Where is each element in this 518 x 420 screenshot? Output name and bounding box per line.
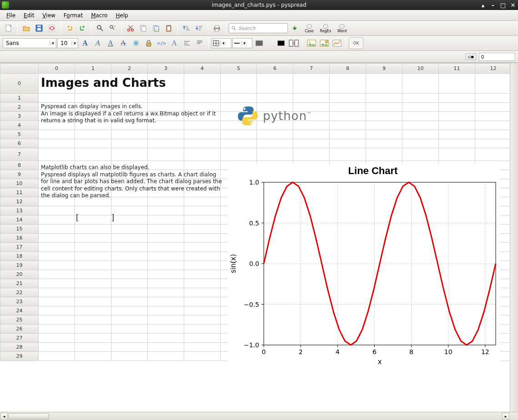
cell[interactable] — [75, 334, 111, 343]
font-color-button[interactable]: A — [168, 37, 180, 49]
cell[interactable] — [184, 74, 221, 94]
col-header[interactable]: 0 — [39, 64, 75, 74]
cell[interactable] — [184, 315, 221, 325]
cell[interactable] — [39, 343, 75, 352]
col-header[interactable]: 6 — [257, 64, 293, 74]
cell[interactable] — [75, 94, 111, 103]
cell[interactable] — [184, 234, 221, 243]
cell[interactable] — [148, 306, 184, 315]
menu-edit[interactable]: Edit — [20, 11, 38, 20]
cell[interactable] — [184, 94, 221, 103]
row-header[interactable]: 17 — [0, 243, 39, 252]
cell[interactable] — [439, 103, 475, 112]
menu-file[interactable]: File — [3, 11, 19, 20]
col-header[interactable]: 3 — [148, 64, 184, 74]
cell[interactable] — [111, 139, 148, 148]
cell[interactable] — [330, 112, 366, 121]
cell[interactable] — [402, 148, 439, 161]
cell[interactable] — [111, 352, 148, 361]
col-header[interactable]: 8 — [330, 64, 366, 74]
link-image-button[interactable] — [318, 37, 330, 49]
cell[interactable] — [330, 130, 366, 139]
spreadsheet-grid[interactable]: 0123456789101112 01234567891011121314151… — [0, 63, 518, 420]
cell[interactable] — [111, 243, 148, 252]
row-header[interactable]: 25 — [0, 315, 39, 325]
cell[interactable] — [39, 206, 75, 215]
find-replace-button[interactable] — [107, 22, 119, 34]
minimize-button[interactable]: – — [490, 2, 496, 9]
bg-color-button[interactable] — [275, 37, 287, 49]
border-select[interactable]: ▾ — [211, 38, 231, 48]
col-header[interactable]: 5 — [221, 64, 257, 74]
search-regex-toggle[interactable]: RegEx — [318, 22, 333, 34]
cell[interactable] — [184, 139, 221, 148]
lock-button[interactable] — [143, 37, 155, 49]
cell[interactable] — [111, 288, 148, 297]
col-header[interactable]: 10 — [402, 64, 439, 74]
cell[interactable] — [184, 215, 221, 225]
col-header[interactable]: 2 — [111, 64, 148, 74]
cell[interactable] — [75, 297, 111, 306]
cell[interactable] — [39, 148, 75, 161]
cell[interactable] — [184, 279, 221, 288]
cell[interactable] — [184, 297, 221, 306]
cell[interactable] — [221, 94, 257, 103]
cell[interactable] — [366, 94, 402, 103]
menu-macro[interactable]: Macro — [87, 11, 111, 20]
cell[interactable] — [366, 103, 402, 112]
cell[interactable] — [184, 325, 221, 334]
cell[interactable] — [39, 139, 75, 148]
cell[interactable] — [75, 343, 111, 352]
cell[interactable] — [184, 206, 221, 215]
cell[interactable] — [475, 103, 512, 112]
cell[interactable] — [39, 270, 75, 279]
cell[interactable] — [111, 130, 148, 139]
cell[interactable] — [330, 94, 366, 103]
row-header[interactable]: 29 — [0, 352, 39, 361]
cell[interactable] — [184, 334, 221, 343]
row-header[interactable]: 24 — [0, 306, 39, 315]
font-size-select[interactable]: 10 ▾ — [57, 38, 78, 48]
cell[interactable] — [184, 243, 221, 252]
cell[interactable] — [39, 234, 75, 243]
cell[interactable] — [39, 288, 75, 297]
cell[interactable] — [330, 148, 366, 161]
cell[interactable] — [402, 130, 439, 139]
copy-code-button[interactable]: py — [150, 22, 162, 34]
row-header[interactable]: 23 — [0, 297, 39, 306]
cell[interactable] — [39, 306, 75, 315]
cell[interactable] — [148, 148, 184, 161]
cell[interactable] — [75, 234, 111, 243]
align-left-button[interactable] — [181, 37, 193, 49]
cell[interactable] — [111, 315, 148, 325]
row-header[interactable]: 8 — [0, 161, 39, 170]
iconify-button[interactable]: ▴ — [480, 2, 486, 9]
row-header[interactable]: 18 — [0, 252, 39, 261]
cell[interactable] — [148, 297, 184, 306]
cell[interactable] — [111, 297, 148, 306]
align-top-button[interactable] — [194, 37, 206, 49]
cell[interactable] — [293, 130, 330, 139]
cell[interactable] — [148, 94, 184, 103]
paste-button[interactable] — [163, 22, 175, 34]
row-header[interactable]: 2 — [0, 103, 39, 112]
cell[interactable] — [257, 139, 293, 148]
cell[interactable] — [475, 74, 512, 94]
row-header[interactable]: 14 — [0, 215, 39, 225]
cell[interactable] — [39, 334, 75, 343]
row-header[interactable]: 22 — [0, 288, 39, 297]
sheet-tab-button[interactable]: ▫▪ — [465, 53, 476, 60]
export-pdf-button[interactable] — [46, 22, 58, 34]
cell[interactable] — [75, 352, 111, 361]
cell[interactable] — [111, 325, 148, 334]
underline-button[interactable]: A — [105, 37, 116, 49]
ok-button[interactable]: OK — [349, 37, 363, 49]
sort-asc-button[interactable] — [181, 22, 192, 34]
cell[interactable] — [257, 94, 293, 103]
cell[interactable] — [111, 306, 148, 315]
cell[interactable] — [184, 130, 221, 139]
cell[interactable] — [111, 206, 148, 215]
cell[interactable] — [439, 94, 475, 103]
border-width-select[interactable]: ▾ — [232, 38, 252, 48]
cell[interactable] — [402, 121, 439, 130]
